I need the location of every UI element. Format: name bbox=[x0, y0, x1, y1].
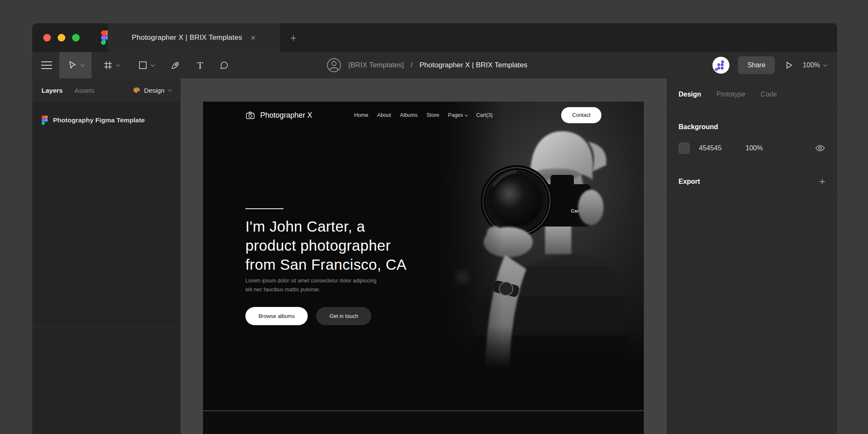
next-section-frame[interactable] bbox=[203, 411, 644, 434]
hero-buttons: Browse albums Get in touch bbox=[245, 307, 371, 325]
figma-window: Photographer X | BRIX Templates × + bbox=[32, 23, 837, 434]
tab-assets[interactable]: Assets bbox=[75, 87, 95, 94]
hero-subtext: Lorem ipsum dolor sit amet consectetur d… bbox=[245, 276, 376, 294]
present-play-icon[interactable] bbox=[783, 60, 794, 71]
hero-headline: I'm John Carter, a product photographer … bbox=[245, 217, 406, 274]
chevron-down-icon bbox=[465, 113, 468, 116]
site-logo[interactable]: Photographer X bbox=[245, 111, 312, 120]
add-export-button[interactable]: + bbox=[819, 177, 825, 187]
layers-panel: Layers Assets Design bbox=[32, 78, 181, 434]
site-navbar: Photographer X Home About Albums Store P… bbox=[203, 102, 644, 129]
nav-link-about[interactable]: About bbox=[377, 112, 391, 118]
browse-albums-button[interactable]: Browse albums bbox=[245, 307, 308, 325]
text-tool-icon: T bbox=[197, 60, 203, 70]
frame-icon bbox=[103, 60, 113, 70]
breadcrumb-project[interactable]: [BRIX Templates] bbox=[348, 61, 404, 69]
camera-icon bbox=[245, 111, 255, 120]
main-menu-button[interactable] bbox=[37, 52, 56, 78]
file-tab[interactable]: Photographer X | BRIX Templates × bbox=[108, 23, 280, 52]
background-heading: Background bbox=[679, 123, 825, 131]
eye-icon bbox=[815, 143, 825, 153]
move-cursor-icon bbox=[67, 60, 78, 70]
zoom-window-button[interactable] bbox=[72, 34, 80, 41]
chevron-down-icon[interactable] bbox=[150, 62, 155, 66]
get-in-touch-button[interactable]: Get in touch bbox=[316, 307, 371, 325]
tab-prototype[interactable]: Prototype bbox=[716, 91, 745, 98]
share-button[interactable]: Share bbox=[738, 56, 775, 74]
tab-close-icon[interactable]: × bbox=[251, 33, 256, 42]
hero-frame[interactable]: Canon bbox=[203, 102, 644, 410]
figma-logo-icon bbox=[42, 116, 48, 125]
background-section: Background 454545 100% bbox=[667, 111, 837, 169]
shape-tool-button[interactable] bbox=[131, 52, 161, 78]
comment-tool-button[interactable] bbox=[214, 52, 235, 78]
layer-item-label: Photography Figma Template bbox=[53, 116, 145, 124]
tab-layers[interactable]: Layers bbox=[42, 87, 63, 94]
shared-project-icon bbox=[326, 58, 342, 73]
site-brand-name: Photographer X bbox=[260, 111, 312, 120]
breadcrumb-separator: / bbox=[411, 61, 413, 69]
page-dropdown-label: Design bbox=[144, 87, 164, 94]
photo-bottom-gradient bbox=[430, 102, 644, 368]
zoom-level-value: 100% bbox=[803, 61, 820, 69]
minimize-window-button[interactable] bbox=[58, 34, 65, 41]
chevron-down-icon[interactable] bbox=[80, 62, 84, 66]
toolbar: T [BRIX Templates] / Photographer X | BR… bbox=[32, 52, 837, 78]
color-hex-value[interactable]: 454545 bbox=[699, 144, 746, 152]
site-nav-links: Home About Albums Store Pages Cart(3) bbox=[354, 112, 493, 118]
palette-icon bbox=[133, 87, 140, 94]
new-tab-button[interactable]: + bbox=[284, 23, 303, 52]
hero-accent-line bbox=[245, 208, 284, 209]
move-tool-button[interactable] bbox=[59, 52, 92, 78]
background-color-row: 454545 100% bbox=[679, 143, 825, 154]
comment-bubble-icon bbox=[219, 60, 229, 70]
figma-canvas[interactable]: Canon bbox=[181, 78, 667, 434]
zoom-level-dropdown[interactable]: 100% bbox=[803, 61, 827, 69]
hero-photo: Canon bbox=[430, 102, 644, 368]
pen-icon bbox=[170, 60, 181, 70]
traffic-lights bbox=[43, 23, 80, 52]
chevron-down-icon[interactable] bbox=[116, 62, 120, 66]
frame-tool-button[interactable] bbox=[96, 52, 126, 78]
page-dropdown[interactable]: Design bbox=[133, 87, 171, 94]
nav-link-home[interactable]: Home bbox=[354, 112, 368, 118]
opacity-value[interactable]: 100% bbox=[746, 144, 763, 152]
tab-design[interactable]: Design bbox=[679, 91, 701, 98]
close-window-button[interactable] bbox=[43, 34, 51, 41]
text-tool-button[interactable]: T bbox=[190, 52, 210, 78]
toolbar-right-cluster: Share 100% bbox=[712, 52, 827, 78]
nav-link-albums[interactable]: Albums bbox=[400, 112, 418, 118]
layer-item-template[interactable]: Photography Figma Template bbox=[32, 111, 181, 129]
breadcrumb-file-name[interactable]: Photographer X | BRIX Templates bbox=[420, 61, 528, 69]
user-avatar[interactable] bbox=[712, 57, 729, 74]
export-heading: Export bbox=[679, 178, 700, 185]
panel-divider bbox=[32, 326, 181, 326]
chevron-down-icon bbox=[823, 62, 828, 66]
nav-link-pages[interactable]: Pages bbox=[448, 112, 467, 118]
hamburger-icon bbox=[41, 61, 52, 69]
breadcrumb: [BRIX Templates] / Photographer X | BRIX… bbox=[326, 52, 527, 78]
rectangle-icon bbox=[138, 60, 148, 70]
nav-link-store[interactable]: Store bbox=[426, 112, 439, 118]
pen-tool-button[interactable] bbox=[165, 52, 186, 78]
visibility-toggle[interactable] bbox=[815, 143, 825, 153]
contact-button[interactable]: Contact bbox=[561, 107, 601, 123]
tab-code[interactable]: Code bbox=[761, 91, 777, 98]
nav-link-cart[interactable]: Cart(3) bbox=[476, 112, 493, 118]
layers-panel-header: Layers Assets Design bbox=[32, 78, 181, 103]
chevron-down-icon bbox=[168, 88, 172, 92]
inspector-panel: Design Prototype Code Background 454545 … bbox=[667, 78, 837, 434]
inspector-tabs: Design Prototype Code bbox=[667, 78, 837, 111]
export-section: Export + bbox=[667, 169, 837, 195]
avatar-dots-logo-icon bbox=[712, 57, 729, 74]
tab-strip: Photographer X | BRIX Templates × + bbox=[32, 23, 837, 52]
file-tab-title: Photographer X | BRIX Templates bbox=[132, 33, 242, 42]
color-swatch[interactable] bbox=[679, 143, 690, 154]
